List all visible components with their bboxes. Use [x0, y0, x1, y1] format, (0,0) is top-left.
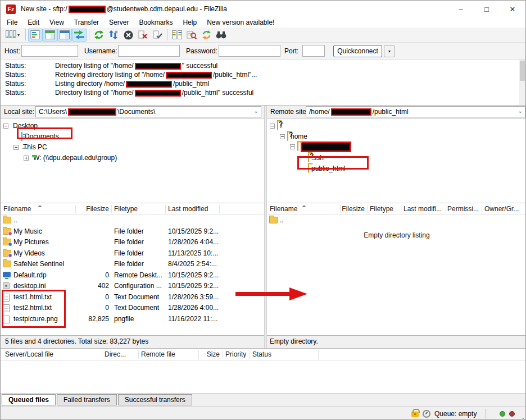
expand-icon[interactable] — [24, 156, 29, 161]
menu-server[interactable]: Server — [104, 18, 134, 27]
column-header-size[interactable]: Size — [198, 349, 220, 360]
tab-successful-transfers[interactable]: Successful transfers — [118, 394, 192, 405]
file-row-desktop-ini[interactable]: desktop.ini 402 Configuration ... 10/15/… — [1, 281, 264, 292]
tree-label[interactable]: W: (\\dpu.depaul.edu\group) — [33, 154, 117, 162]
file-row-testpicture-png[interactable]: testpicture.png 82,825 pngfile 11/16/202… — [1, 314, 264, 325]
column-header-remote-file[interactable]: Remote file — [141, 349, 175, 360]
log-message-post: /public_html" successful — [182, 89, 254, 97]
tree-item-public-html[interactable]: public_html — [308, 163, 346, 174]
toggle-transfer-queue-button[interactable] — [72, 29, 87, 42]
transfer-queue-pane: Server/Local file Direc... Remote file S… — [1, 348, 525, 393]
tree-item-w-drive[interactable]: W: (\\dpu.depaul.edu\group) — [24, 153, 117, 163]
file-row-my-pictures[interactable]: My Pictures File folder 1/28/2026 4:04..… — [1, 237, 264, 248]
window-title-pre: New site - sftp:/ — [21, 5, 67, 13]
tree-item-documents[interactable]: Documents — [21, 131, 59, 141]
toggle-message-log-button[interactable] — [28, 29, 43, 42]
menu-bookmarks[interactable]: Bookmarks — [134, 18, 178, 27]
tree-label[interactable]: public_html — [311, 165, 346, 172]
menu-edit[interactable]: Edit — [22, 18, 44, 27]
column-header-filesize[interactable]: Filesize — [334, 203, 365, 215]
column-header-owner-group[interactable]: Owner/Gr... — [484, 203, 519, 215]
tab-failed-transfers[interactable]: Failed transfers — [57, 394, 117, 405]
chevron-down-icon[interactable]: ⌄ — [254, 108, 259, 114]
file-row-safenet-sentinel[interactable]: SafeNet Sentinel File folder 8/4/2025 2:… — [1, 259, 264, 270]
column-header-filetype[interactable]: Filetype — [114, 203, 138, 215]
find-files-button[interactable] — [214, 29, 228, 42]
tree-label[interactable]: Desktop — [13, 122, 38, 130]
tree-item-ssh[interactable]: ? .ssh — [308, 153, 324, 163]
file-row-test1-html-txt[interactable]: test1.html.txt 0 Text Document 1/28/2026… — [1, 292, 264, 303]
synchronized-browsing-button[interactable] — [199, 29, 214, 42]
column-header-filename[interactable]: Filename — [3, 203, 31, 215]
tree-item-root[interactable]: ? / — [270, 121, 282, 131]
site-manager-dropdown-arrow[interactable]: ▾ — [17, 33, 20, 38]
local-file-rows: .. My Music File folder 10/15/2025 9:2..… — [1, 215, 264, 325]
menu-help[interactable]: Help — [178, 18, 202, 27]
quickconnect-button[interactable]: Quickconnect — [333, 45, 382, 57]
toolbar-separator — [25, 29, 26, 40]
cancel-operation-button[interactable] — [121, 29, 135, 42]
local-list-header: Filename Filesize Filetype Last modified — [1, 203, 264, 215]
toggle-local-tree-button[interactable] — [43, 29, 57, 42]
column-header-last-modified[interactable]: Last modified — [168, 203, 208, 215]
tree-label[interactable]: home — [291, 133, 307, 140]
log-scrollbar-thumb[interactable] — [520, 61, 525, 81]
menu-new-version[interactable]: New version available! — [202, 18, 279, 27]
column-header-permissions[interactable]: Permissi... — [447, 203, 479, 215]
secure-connection-lock-icon[interactable] — [411, 412, 419, 417]
remote-path-combo[interactable]: /home//public_html ⌄ — [306, 106, 525, 117]
local-file-list: Filename Filesize Filetype Last modified… — [1, 203, 264, 335]
column-header-last-modified[interactable]: Last modifi... — [403, 203, 442, 215]
tree-label[interactable]: Documents — [25, 133, 59, 140]
port-input[interactable] — [302, 45, 325, 57]
collapse-icon[interactable] — [280, 134, 285, 139]
column-header-filetype[interactable]: Filetype — [370, 203, 393, 215]
host-input[interactable] — [21, 45, 78, 57]
tree-item-home[interactable]: ? home — [280, 131, 307, 141]
minimize-button[interactable]: – — [448, 1, 474, 17]
collapse-icon[interactable] — [13, 145, 19, 150]
column-header-status[interactable]: Status — [252, 349, 271, 360]
file-row-test2-html-txt[interactable]: test2.html.txt 0 Text Document 1/28/2026… — [1, 303, 264, 314]
filename-filters-button[interactable] — [184, 29, 199, 42]
quickconnect-dropdown-arrow[interactable]: ▾ — [384, 45, 395, 57]
column-header-direction[interactable]: Direc... — [105, 349, 126, 360]
column-header-filename[interactable]: Filename — [270, 203, 297, 215]
tree-item-desktop[interactable]: Desktop — [3, 121, 38, 131]
local-path-combo[interactable]: C:\Users\\Documents\ ⌄ — [35, 106, 261, 117]
chevron-down-icon[interactable]: ⌄ — [518, 108, 523, 114]
resize-grip[interactable] — [523, 418, 524, 419]
tree-label[interactable]: This PC — [23, 143, 47, 151]
site-manager-button[interactable]: ▾ — [2, 29, 23, 42]
collapse-icon[interactable] — [3, 124, 8, 129]
username-input[interactable] — [118, 45, 180, 57]
tree-item-this-pc[interactable]: This PC — [13, 142, 47, 152]
menu-file[interactable]: File — [2, 18, 22, 27]
column-header-filesize[interactable]: Filesize — [67, 203, 109, 215]
collapse-icon[interactable] — [290, 144, 295, 149]
reconnect-button[interactable] — [150, 29, 165, 42]
file-row-my-videos[interactable]: My Videos File folder 11/13/2025 10:... — [1, 248, 264, 259]
log-scrollbar[interactable] — [519, 60, 525, 105]
collapse-icon[interactable] — [270, 124, 275, 129]
disconnect-button[interactable] — [135, 29, 150, 42]
refresh-button[interactable] — [92, 29, 106, 42]
close-button[interactable]: ✕ — [500, 1, 525, 17]
file-row-updir[interactable]: .. — [267, 215, 526, 226]
pane-splitter[interactable] — [264, 106, 267, 348]
file-row-my-music[interactable]: My Music File folder 10/15/2025 9:2... — [1, 226, 264, 238]
password-input[interactable] — [219, 45, 280, 57]
file-row-default-rdp[interactable]: Default.rdp 0 Remote Deskt... 10/15/2025… — [1, 270, 264, 281]
file-row-updir[interactable]: .. — [1, 215, 264, 226]
menu-view[interactable]: View — [44, 18, 69, 27]
menu-transfer[interactable]: Transfer — [69, 18, 104, 27]
column-header-server-local-file[interactable]: Server/Local file — [5, 349, 53, 360]
toggle-remote-tree-button[interactable] — [57, 29, 72, 42]
tree-item-user-folder[interactable] — [290, 141, 351, 152]
speed-limits-icon[interactable] — [423, 410, 430, 418]
process-queue-button[interactable] — [106, 29, 121, 42]
tab-queued-files[interactable]: Queued files — [2, 394, 56, 405]
directory-comparison-button[interactable] — [170, 29, 184, 42]
maximize-button[interactable]: □ — [474, 1, 500, 17]
column-header-priority[interactable]: Priority — [225, 349, 246, 360]
